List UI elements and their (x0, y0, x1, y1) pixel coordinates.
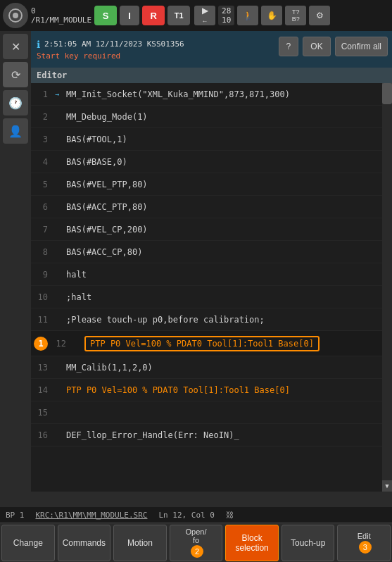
block-selection-btn[interactable]: Blockselection (225, 525, 279, 561)
settings-btn[interactable]: ⚙ (309, 6, 330, 25)
motion-btn[interactable]: Motion (113, 525, 167, 561)
line-num-13: 13 (34, 363, 55, 373)
table-row[interactable]: 11 ;Please touch-up p0,before calibratio… (31, 308, 382, 331)
table-row[interactable]: 9 halt (31, 263, 382, 286)
open-fo-label: Open/fo (186, 527, 207, 544)
code-text-8: BAS(#ACC_CP,80) (66, 247, 142, 257)
edit-content: Edit 3 (357, 532, 372, 554)
line-num-6: 6 (34, 202, 55, 212)
code-text-4: BAS(#BASE,0) (66, 157, 127, 167)
hand-btn[interactable]: ✋ (261, 6, 282, 25)
scrollbar[interactable]: ▲ ▼ (382, 83, 392, 492)
table-row[interactable]: 1 12 PTP P0 Vel=100 % PDAT0 Tool[1]:Tool… (31, 331, 382, 356)
close-icon: ✕ (11, 40, 20, 54)
scroll-down-btn[interactable]: ▼ (382, 480, 392, 492)
btn-t1[interactable]: T1 (167, 6, 190, 25)
table-row[interactable]: 7 BAS(#VEL_CP,200) (31, 218, 382, 241)
btn-r[interactable]: R (142, 6, 165, 25)
question-btn[interactable]: ? (279, 37, 299, 56)
line-num-2: 2 (34, 112, 55, 122)
table-row[interactable]: 6 BAS(#ACC_PTP,80) (31, 196, 382, 218)
change-label: Change (13, 538, 43, 548)
btn-i[interactable]: I (120, 6, 139, 25)
top-bar: 0 /R1/MM_MODULE S I R T1 ▶← 28 10 🚶 ✋ T?… (0, 0, 392, 31)
svg-point-1 (13, 13, 18, 18)
open-fo-badge-row: 2 (189, 545, 203, 558)
speed-display: 28 10 (218, 6, 234, 25)
chain-icon: ⛓ (226, 511, 234, 520)
open-fo-content: Open/fo 2 (186, 527, 207, 558)
edit-btn[interactable]: Edit 3 (337, 525, 391, 561)
confirm-all-btn[interactable]: Confirm all (335, 37, 388, 56)
position-text: Ln 12, Col 0 (158, 511, 214, 520)
editor-title: Editor (37, 70, 67, 80)
table-row[interactable]: 8 BAS(#ACC_CP,80) (31, 241, 382, 263)
bp-text: BP 1 (6, 511, 25, 520)
ok-btn[interactable]: OK (303, 37, 330, 56)
table-row[interactable]: 2 MM_Debug_Mode(1) (31, 106, 382, 128)
table-row[interactable]: 14 PTP P0 Vel=100 % PDAT0 Tool[1]:Tool1 … (31, 379, 382, 401)
change-btn[interactable]: Change (1, 525, 55, 561)
person-icon: 🚶 (243, 11, 253, 20)
path-link[interactable]: KRC:\R1\MM\MM_MODULE.SRC (36, 511, 148, 520)
code-text-7: BAS(#VEL_CP,200) (66, 225, 148, 235)
code-text-9: halt (66, 270, 87, 280)
table-row[interactable]: 1 → MM_Init_Socket("XML_Kuka_MMIND",873,… (31, 83, 382, 106)
table-row[interactable]: 5 BAS(#VEL_PTP,80) (31, 173, 382, 196)
code-text-16: DEF_llop_Error_Handle(Err: NeoIN)_ (66, 430, 239, 440)
edit-badge-row: 3 (357, 541, 372, 554)
tb-btn[interactable]: T?B? (285, 6, 306, 25)
sidebar-refresh-btn[interactable]: ⟳ (3, 62, 28, 87)
table-row[interactable]: 16 DEF_llop_Error_Handle(Err: NeoIN)_ (31, 424, 382, 447)
code-text-10: ;halt (66, 292, 91, 302)
info-icon: ℹ (37, 39, 40, 50)
line-num-8: 8 (34, 247, 55, 257)
bottom-toolbar: Change Commands Motion Open/fo 2 Blockse… (0, 523, 392, 562)
line-num-9: 9 (34, 270, 55, 280)
refresh-icon: ⟳ (11, 68, 20, 82)
path-info: 0 /R1/MM_MODULE (31, 6, 91, 25)
code-text-6: BAS(#ACC_PTP,80) (66, 202, 148, 212)
tb-icon: T?B? (292, 8, 300, 23)
play-icon: ▶← (202, 6, 208, 25)
speed-bottom: 10 (222, 15, 231, 25)
commands-btn[interactable]: Commands (58, 525, 111, 561)
table-row[interactable]: 4 BAS(#BASE,0) (31, 151, 382, 173)
table-row[interactable]: 15 (31, 401, 382, 424)
line-num-5: 5 (34, 180, 55, 189)
touch-up-btn[interactable]: Touch-up (282, 525, 335, 561)
line-num-11: 11 (34, 315, 55, 325)
person-btn[interactable]: 🚶 (237, 6, 258, 25)
touch-up-label: Touch-up (291, 538, 325, 548)
line-num-4: 4 (34, 157, 55, 167)
table-row[interactable]: 13 MM_Calib(1,1,2,0) (31, 356, 382, 379)
left-sidebar: ✕ ⟳ 🕐 👤 (0, 31, 31, 492)
scrollbar-thumb[interactable] (382, 83, 392, 104)
play-btn[interactable]: ▶← (194, 6, 215, 25)
sidebar-user-btn[interactable]: 👤 (3, 118, 28, 144)
clock-icon: 🕐 (8, 96, 23, 110)
open-fo-btn[interactable]: Open/fo 2 (170, 525, 223, 561)
module-path: /R1/MM_MODULE (31, 15, 91, 25)
btn-s[interactable]: S (94, 6, 117, 25)
settings-icon: ⚙ (316, 11, 324, 20)
robot-icon (3, 3, 28, 28)
line-num-7: 7 (34, 225, 55, 235)
speed-top: 28 (222, 6, 231, 15)
code-text-12: PTP P0 Vel=100 % PDAT0 Tool[1]:Tool1 Bas… (84, 336, 320, 351)
line-num-14: 14 (34, 385, 55, 395)
code-text-2: MM_Debug_Mode(1) (66, 112, 148, 122)
info-bar: ℹ 2:51:05 AM 12/11/2023 KSS01356 Start k… (31, 31, 392, 68)
table-row[interactable]: 3 BAS(#TOOL,1) (31, 128, 382, 151)
hand-icon: ✋ (267, 11, 277, 20)
user-icon: 👤 (8, 125, 23, 138)
line-num-12: 12 (52, 339, 73, 349)
sidebar-close-btn[interactable]: ✕ (3, 34, 28, 59)
editor-area[interactable]: 1 → MM_Init_Socket("XML_Kuka_MMIND",873,… (31, 83, 392, 492)
motion-label: Motion (127, 538, 153, 548)
table-row[interactable]: 10 ;halt (31, 286, 382, 308)
sidebar-clock-btn[interactable]: 🕐 (3, 90, 28, 115)
line-num-10: 10 (34, 292, 55, 302)
info-buttons: ? OK Confirm all (279, 37, 388, 56)
timestamp-text: 2:51:05 AM 12/11/2023 KSS01356 (44, 39, 184, 49)
